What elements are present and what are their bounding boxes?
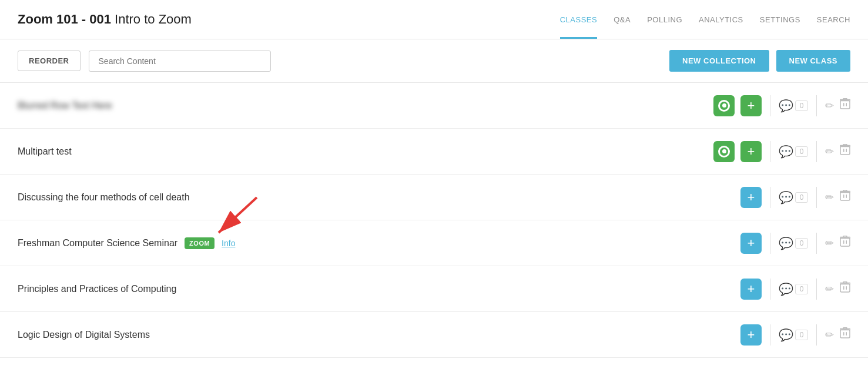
delete-icon[interactable] <box>840 327 850 342</box>
info-link[interactable]: Info <box>222 239 235 248</box>
plus-icon: + <box>748 283 755 296</box>
svg-rect-2 <box>846 103 847 106</box>
delete-icon[interactable] <box>840 236 850 250</box>
divider <box>770 95 770 116</box>
add-button[interactable]: + <box>740 141 762 162</box>
add-button[interactable]: + <box>740 187 762 208</box>
trash-icon <box>840 98 850 110</box>
comment-icon: 💬 <box>779 236 793 250</box>
divider <box>816 324 817 346</box>
add-button[interactable]: + <box>740 95 762 116</box>
new-collection-button[interactable]: NEW COLLECTION <box>669 50 769 72</box>
edit-icon[interactable]: ✏ <box>825 283 834 296</box>
svg-rect-22 <box>840 284 850 292</box>
nav-tab-qa[interactable]: Q&A <box>614 0 631 39</box>
comment-icon: 💬 <box>779 282 793 296</box>
svg-rect-0 <box>840 100 850 109</box>
edit-icon[interactable]: ✏ <box>825 191 834 204</box>
nav-tab-polling[interactable]: POLLING <box>647 0 682 39</box>
divider <box>770 141 770 162</box>
svg-rect-1 <box>843 103 844 106</box>
svg-rect-31 <box>843 328 847 329</box>
toolbar-left: REORDER <box>18 51 271 72</box>
comment-icon: 💬 <box>779 328 793 342</box>
row-title: Freshman Computer Science Seminar <box>18 238 177 249</box>
comment-icon: 💬 <box>779 145 793 159</box>
edit-icon[interactable]: ✏ <box>825 237 834 250</box>
target-icon <box>718 146 730 157</box>
svg-rect-12 <box>846 194 847 198</box>
nav-tab-settings[interactable]: SETTINGS <box>760 0 800 39</box>
trash-icon <box>840 236 850 247</box>
comment-icon: 💬 <box>779 99 793 113</box>
comment-group: 💬 0 <box>779 99 808 113</box>
plus-icon: + <box>748 99 755 112</box>
trash-icon <box>840 281 850 293</box>
divider <box>816 279 817 300</box>
divider <box>770 187 770 208</box>
target-button[interactable] <box>713 141 735 162</box>
divider <box>770 233 770 254</box>
svg-rect-27 <box>840 330 850 338</box>
svg-rect-18 <box>843 240 844 244</box>
svg-rect-23 <box>843 286 844 290</box>
row-title: Multipart test <box>18 146 72 157</box>
svg-rect-11 <box>843 194 844 198</box>
trash-icon <box>840 327 850 339</box>
divider <box>816 233 817 254</box>
plus-icon: + <box>748 328 755 341</box>
comment-count: 0 <box>795 192 808 203</box>
page-title: Zoom 101 - 001 Intro to Zoom <box>18 12 192 27</box>
zoom-badge: ZOOM <box>185 237 215 249</box>
new-class-button[interactable]: NEW CLASS <box>776 50 851 72</box>
svg-rect-10 <box>840 192 850 200</box>
divider <box>770 279 770 300</box>
comment-count: 0 <box>795 330 808 340</box>
comment-count: 0 <box>795 238 808 249</box>
table-row: Freshman Computer Science SeminarZOOMInf… <box>0 220 868 266</box>
svg-rect-6 <box>843 149 844 152</box>
svg-rect-9 <box>843 145 847 146</box>
header: Zoom 101 - 001 Intro to Zoom CLASSESQ&AP… <box>0 0 868 39</box>
edit-icon[interactable]: ✏ <box>825 145 834 158</box>
reorder-button[interactable]: REORDER <box>18 51 81 71</box>
divider <box>816 187 817 208</box>
edit-icon[interactable]: ✏ <box>825 99 834 112</box>
edit-icon[interactable]: ✏ <box>825 328 834 341</box>
divider <box>816 141 817 162</box>
comment-group: 💬 0 <box>779 282 808 296</box>
comment-group: 💬 0 <box>779 190 808 204</box>
trash-icon <box>840 190 850 202</box>
delete-icon[interactable] <box>840 190 850 204</box>
divider <box>816 95 817 116</box>
plus-icon: + <box>748 237 755 250</box>
svg-rect-21 <box>843 236 847 237</box>
table-row: Blurred Row Text Here+ 💬 0 ✏ <box>0 83 868 129</box>
target-icon <box>718 100 730 112</box>
nav-tab-analytics[interactable]: ANALYTICS <box>699 0 743 39</box>
add-button[interactable]: + <box>740 324 762 346</box>
delete-icon[interactable] <box>840 98 850 113</box>
nav-tabs: CLASSESQ&APOLLINGANALYTICSSETTINGSSEARCH <box>560 0 850 39</box>
delete-icon[interactable] <box>840 144 850 159</box>
svg-rect-28 <box>843 332 844 336</box>
divider <box>770 324 770 346</box>
target-button[interactable] <box>713 95 735 116</box>
trash-icon <box>840 144 850 156</box>
row-title: Principles and Practices of Computing <box>18 284 176 294</box>
delete-icon[interactable] <box>840 281 850 296</box>
nav-tab-search[interactable]: SEARCH <box>817 0 850 39</box>
content-list: Blurred Row Text Here+ 💬 0 ✏Multipart te… <box>0 83 868 358</box>
svg-rect-26 <box>843 282 847 283</box>
nav-tab-classes[interactable]: CLASSES <box>560 0 597 39</box>
comment-count: 0 <box>795 100 808 111</box>
search-input[interactable] <box>89 51 271 72</box>
svg-rect-17 <box>840 238 850 246</box>
table-row: Discussing the four methods of cell deat… <box>0 175 868 220</box>
svg-rect-14 <box>843 190 847 192</box>
add-button[interactable]: + <box>740 233 762 254</box>
row-title: Blurred Row Text Here <box>18 100 112 111</box>
row-title: Discussing the four methods of cell deat… <box>18 192 190 203</box>
comment-group: 💬 0 <box>779 145 808 159</box>
add-button[interactable]: + <box>740 279 762 300</box>
